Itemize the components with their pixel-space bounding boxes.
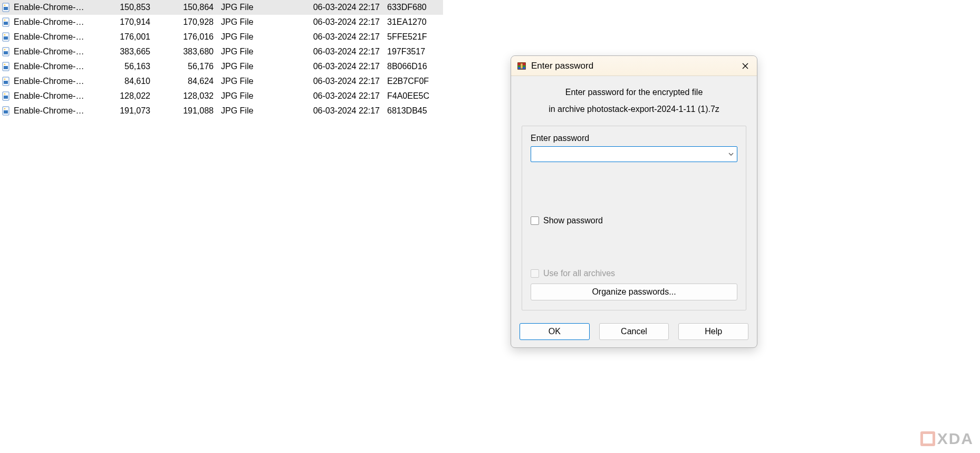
svg-point-14	[4, 64, 6, 65]
cell-date: 06-03-2024 22:17	[302, 17, 384, 27]
cell-name: Enable-Chrome-…	[14, 62, 95, 71]
cell-date: 06-03-2024 22:17	[302, 62, 384, 71]
dialog-titlebar[interactable]: Enter password	[511, 56, 757, 76]
cell-crc: 197F3517	[384, 47, 437, 56]
prompt-line-2: in archive photostack-export-2024-1-11 (…	[522, 105, 746, 114]
cell-size: 176,001	[95, 32, 155, 42]
svg-point-23	[4, 108, 6, 110]
cell-packed: 56,176	[155, 62, 218, 71]
svg-rect-22	[4, 110, 8, 114]
cell-name: Enable-Chrome-…	[14, 91, 95, 101]
cell-name: Enable-Chrome-…	[14, 77, 95, 86]
checkbox-box	[531, 269, 539, 278]
xda-watermark: XDA	[920, 430, 974, 448]
winrar-icon	[516, 61, 527, 71]
show-password-checkbox[interactable]: Show password	[531, 216, 737, 225]
password-combobox[interactable]	[531, 146, 737, 162]
cell-name: Enable-Chrome-…	[14, 106, 95, 116]
organize-passwords-button[interactable]: Organize passwords...	[531, 284, 737, 300]
password-label: Enter password	[531, 134, 737, 143]
cell-packed: 170,928	[155, 17, 218, 27]
jpg-file-icon	[1, 3, 11, 12]
svg-point-17	[4, 79, 6, 80]
cell-date: 06-03-2024 22:17	[302, 91, 384, 101]
jpg-file-icon	[1, 32, 11, 42]
cell-packed: 191,088	[155, 106, 218, 116]
cell-size: 170,914	[95, 17, 155, 27]
table-row[interactable]: Enable-Chrome-…56,16356,176JPG File06-03…	[0, 59, 443, 74]
cancel-button[interactable]: Cancel	[599, 323, 669, 340]
table-row[interactable]: Enable-Chrome-…170,914170,928JPG File06-…	[0, 15, 443, 30]
svg-rect-4	[4, 22, 8, 25]
dialog-button-row: OK Cancel Help	[511, 317, 757, 347]
password-fieldset: Enter password Show password Use for all…	[522, 126, 746, 310]
svg-rect-19	[4, 96, 8, 99]
svg-rect-16	[4, 81, 8, 84]
cell-name: Enable-Chrome-…	[14, 17, 95, 27]
help-button[interactable]: Help	[678, 323, 748, 340]
jpg-file-icon	[1, 106, 11, 116]
cell-crc: E2B7CF0F	[384, 77, 437, 86]
cell-name: Enable-Chrome-…	[14, 32, 95, 42]
enter-password-dialog: Enter password Enter password for the en…	[511, 55, 757, 348]
table-row[interactable]: Enable-Chrome-…84,61084,624JPG File06-03…	[0, 74, 443, 89]
svg-point-11	[4, 49, 6, 51]
cell-packed: 84,624	[155, 77, 218, 86]
cell-size: 191,073	[95, 106, 155, 116]
svg-rect-10	[4, 51, 8, 54]
use-for-all-label: Use for all archives	[543, 269, 615, 278]
svg-point-2	[4, 5, 6, 6]
cell-crc: 633DF680	[384, 3, 437, 12]
cell-crc: 8B066D16	[384, 62, 437, 71]
chevron-down-icon	[728, 153, 734, 156]
cell-date: 06-03-2024 22:17	[302, 3, 384, 12]
table-row[interactable]: Enable-Chrome-…176,001176,016JPG File06-…	[0, 30, 443, 44]
prompt-line-1: Enter password for the encrypted file	[522, 88, 746, 97]
cell-crc: 31EA1270	[384, 17, 437, 27]
jpg-file-icon	[1, 17, 11, 27]
cell-size: 150,853	[95, 3, 155, 12]
svg-rect-28	[521, 63, 523, 69]
cell-type: JPG File	[218, 17, 302, 27]
cell-crc: F4A0EE5C	[384, 91, 437, 101]
cell-date: 06-03-2024 22:17	[302, 32, 384, 42]
cell-size: 383,665	[95, 47, 155, 56]
password-input[interactable]	[531, 147, 725, 162]
jpg-file-icon	[1, 77, 11, 86]
cell-date: 06-03-2024 22:17	[302, 106, 384, 116]
cell-type: JPG File	[218, 106, 302, 116]
show-password-label: Show password	[543, 216, 603, 225]
cell-type: JPG File	[218, 91, 302, 101]
svg-rect-7	[4, 36, 8, 40]
archive-file-list[interactable]: Enable-Chrome-…150,853150,864JPG File06-…	[0, 0, 443, 118]
close-button[interactable]	[738, 59, 753, 73]
cell-packed: 150,864	[155, 3, 218, 12]
cell-type: JPG File	[218, 3, 302, 12]
table-row[interactable]: Enable-Chrome-…128,022128,032JPG File06-…	[0, 89, 443, 103]
svg-rect-13	[4, 66, 8, 69]
cell-type: JPG File	[218, 62, 302, 71]
table-row[interactable]: Enable-Chrome-…150,853150,864JPG File06-…	[0, 0, 443, 15]
svg-point-20	[4, 93, 6, 95]
watermark-square-icon	[920, 431, 935, 446]
cell-type: JPG File	[218, 47, 302, 56]
close-icon	[742, 63, 748, 69]
cell-packed: 383,680	[155, 47, 218, 56]
table-row[interactable]: Enable-Chrome-…383,665383,680JPG File06-…	[0, 44, 443, 59]
table-row[interactable]: Enable-Chrome-…191,073191,088JPG File06-…	[0, 103, 443, 118]
svg-rect-1	[4, 7, 8, 10]
cell-type: JPG File	[218, 77, 302, 86]
svg-point-8	[4, 34, 6, 36]
cell-date: 06-03-2024 22:17	[302, 77, 384, 86]
cell-packed: 176,016	[155, 32, 218, 42]
dialog-body: Enter password for the encrypted file in…	[511, 76, 757, 317]
cell-date: 06-03-2024 22:17	[302, 47, 384, 56]
use-for-all-checkbox: Use for all archives	[531, 269, 737, 278]
password-dropdown-button[interactable]	[725, 153, 737, 156]
cell-crc: 5FFE521F	[384, 32, 437, 42]
cell-crc: 6813DB45	[384, 106, 437, 116]
jpg-file-icon	[1, 62, 11, 71]
dialog-title: Enter password	[531, 61, 738, 71]
ok-button[interactable]: OK	[520, 323, 590, 340]
cell-size: 84,610	[95, 77, 155, 86]
